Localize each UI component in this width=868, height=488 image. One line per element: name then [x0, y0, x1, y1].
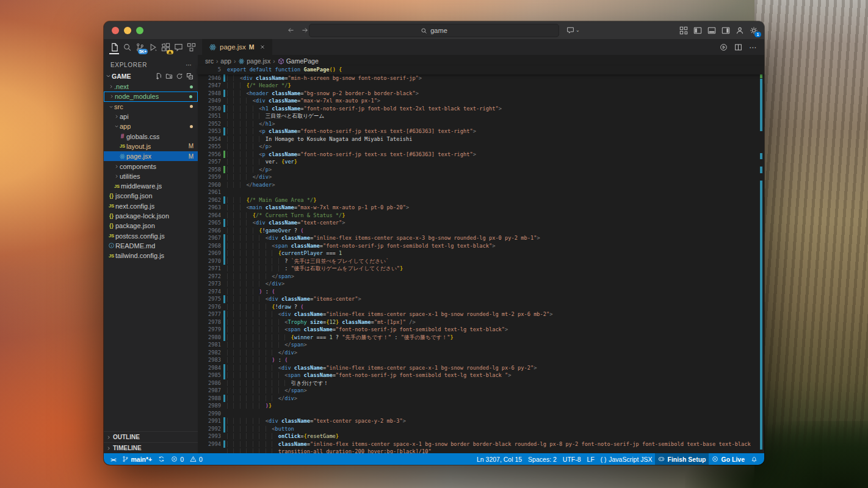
- tree-item-middleware.js[interactable]: JSmiddleware.js: [104, 181, 198, 191]
- line-number: 2989: [198, 402, 221, 410]
- close-window-button[interactable]: [112, 27, 119, 34]
- tree-item-page.jsx[interactable]: page.jsxM: [104, 151, 198, 161]
- activity-source-control-icon[interactable]: 5K+: [134, 40, 146, 54]
- gutter: [221, 288, 227, 296]
- activity-chat-icon[interactable]: [172, 40, 184, 54]
- tree-item-node_modules[interactable]: node_modules: [104, 92, 198, 101]
- navigate-back-icon[interactable]: [287, 26, 295, 34]
- line-number: 2984: [198, 364, 221, 372]
- tree-item-next.config.js[interactable]: JSnext.config.js: [104, 201, 198, 211]
- ruler-mark: [760, 79, 762, 131]
- more-actions-icon[interactable]: ⋯: [749, 41, 757, 52]
- status-encoding[interactable]: UTF-8: [560, 453, 584, 465]
- tree-item-postcss.config.js[interactable]: JSpostcss.config.js: [104, 231, 198, 240]
- tree-item-package-lock.json[interactable]: {}package-lock.json: [104, 211, 198, 221]
- status-language-mode[interactable]: ( )JavaScript JSX: [598, 453, 656, 465]
- line-number: 2962: [198, 196, 221, 204]
- explorer-title: EXPLORER: [110, 62, 147, 68]
- status-notifications[interactable]: [748, 453, 761, 465]
- tree-item-app[interactable]: app: [104, 121, 198, 131]
- chevron-right-icon: [106, 435, 111, 440]
- section-timeline[interactable]: TIMELINE: [104, 442, 198, 453]
- status-cursor-position[interactable]: Ln 3207, Col 15: [474, 453, 525, 465]
- settings-icon[interactable]: 1: [750, 26, 758, 35]
- tree-item-README.md[interactable]: README.md: [104, 241, 198, 251]
- tree-item-globals.css[interactable]: #globals.css: [104, 131, 198, 141]
- section-outline[interactable]: OUTLINE: [104, 432, 198, 442]
- zoom-window-button[interactable]: [136, 27, 143, 34]
- tree-item-layout.js[interactable]: JSlayout.jsM: [104, 142, 198, 151]
- line-number: 2992: [198, 425, 221, 433]
- gutter: [221, 212, 227, 220]
- tabs-row: 5K+ page.jsx M ⋯: [104, 39, 764, 55]
- command-center-search[interactable]: game: [309, 24, 559, 37]
- breadcrumb-separator: ›: [216, 58, 218, 65]
- tree-item-.next[interactable]: .next: [104, 82, 198, 92]
- project-name: GAME: [112, 73, 131, 80]
- activity-run-and-debug-icon[interactable]: [146, 40, 159, 54]
- tree-item-utilities[interactable]: utilities: [104, 171, 198, 181]
- toggle-primary-sidebar-icon[interactable]: [693, 26, 702, 35]
- gutter-modified-indicator: [221, 219, 227, 227]
- navigate-forward-icon[interactable]: [301, 26, 309, 34]
- symbol-icon: [278, 58, 284, 65]
- chat-dropdown[interactable]: ⌄: [566, 26, 580, 34]
- section-label: TIMELINE: [113, 445, 142, 451]
- tree-item-components[interactable]: components: [104, 161, 198, 171]
- run-code-icon[interactable]: [720, 43, 728, 51]
- explorer-more-icon[interactable]: ⋯: [186, 62, 192, 68]
- line-number: 2982: [198, 349, 221, 357]
- status-sync-status[interactable]: [155, 453, 168, 465]
- tab-close-icon[interactable]: [259, 44, 266, 50]
- vscode-window: game ⌄ 1 5K+ page.jsx M ⋯ EXPLORER ⋯ GAM…: [104, 21, 764, 465]
- tree-item-jsconfig.json[interactable]: {}jsconfig.json: [104, 191, 198, 201]
- project-section-header[interactable]: GAME: [104, 70, 198, 82]
- toggle-secondary-sidebar-icon[interactable]: [722, 26, 730, 35]
- tree-item-src[interactable]: src: [104, 102, 198, 112]
- activity-explorer-icon[interactable]: [108, 40, 120, 54]
- split-editor-icon[interactable]: [734, 43, 742, 51]
- activity-remote-explorer-icon[interactable]: [185, 40, 197, 54]
- breadcrumb-item-pagejsx[interactable]: page.jsx: [238, 57, 270, 65]
- toggle-panel-icon[interactable]: [707, 26, 716, 35]
- status-problems-warnings[interactable]: 0: [187, 453, 206, 465]
- gutter-modified-indicator: [221, 326, 227, 334]
- accounts-icon[interactable]: [736, 26, 744, 35]
- breadcrumb-item-src[interactable]: src: [205, 57, 214, 65]
- sticky-scroll-line[interactable]: 5export default function GamePage() {: [198, 66, 764, 74]
- minimize-window-button[interactable]: [124, 27, 131, 34]
- activity-extensions-icon[interactable]: [159, 40, 172, 54]
- activity-search-icon[interactable]: [121, 40, 133, 54]
- status-end-of-line[interactable]: LF: [584, 453, 598, 465]
- breadcrumb-item-app[interactable]: app: [220, 57, 231, 65]
- chevron-right-icon: [113, 164, 120, 169]
- new-file-icon[interactable]: [155, 73, 162, 80]
- collapse-folders-icon[interactable]: [186, 73, 193, 80]
- tree-item-label: tailwind.config.js: [115, 252, 164, 259]
- status-problems-errors[interactable]: 0: [168, 453, 187, 465]
- gutter: [221, 120, 227, 128]
- tree-item-tailwind.config.js[interactable]: JStailwind.config.js: [104, 251, 198, 260]
- status-remote-indicator[interactable]: ><: [107, 453, 119, 465]
- refresh-explorer-icon[interactable]: [176, 73, 183, 80]
- gutter-modified-indicator: [221, 242, 227, 250]
- customize-layout-icon[interactable]: [679, 26, 688, 35]
- editor-pane: src›app›page.jsx›GamePage 5export defaul…: [198, 55, 764, 453]
- line-number: 2973: [198, 280, 221, 288]
- breadcrumb-item-gamepage[interactable]: GamePage: [278, 57, 319, 65]
- tree-item-label: layout.js: [126, 143, 151, 150]
- tree-item-api[interactable]: api: [104, 112, 198, 121]
- tree-item-package.json[interactable]: {}package.json: [104, 221, 198, 231]
- gutter-modified-indicator: [221, 127, 227, 135]
- status-go-live[interactable]: Go Live: [709, 453, 748, 465]
- new-folder-icon[interactable]: [165, 73, 173, 80]
- gutter-modified-indicator: [221, 371, 227, 379]
- status-finish-setup[interactable]: Finish Setup: [655, 453, 709, 465]
- code-area[interactable]: 2946 <div className="min-h-screen bg-sno…: [198, 74, 764, 454]
- tree-item-label: jsconfig.json: [115, 192, 153, 199]
- tab-page-jsx[interactable]: page.jsx M: [202, 39, 272, 55]
- status-indentation[interactable]: Spaces: 2: [525, 453, 560, 465]
- branch-icon: [122, 456, 129, 462]
- overview-ruler[interactable]: [758, 74, 764, 454]
- status-branch-status[interactable]: main*+: [119, 453, 156, 465]
